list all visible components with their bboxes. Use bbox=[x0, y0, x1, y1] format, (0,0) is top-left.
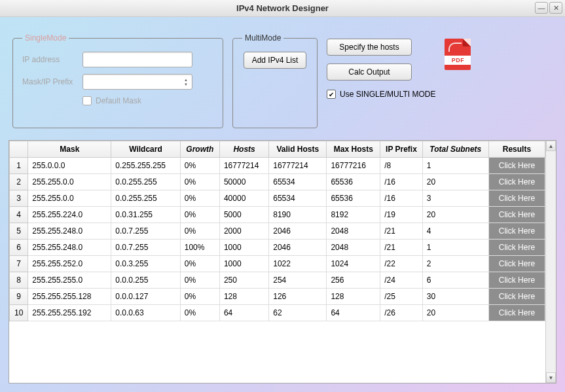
results-button[interactable]: Click Here bbox=[488, 256, 545, 272]
col-ip-prefix[interactable]: IP Prefix bbox=[380, 141, 423, 158]
row-number: 3 bbox=[10, 190, 28, 207]
results-button[interactable]: Click Here bbox=[488, 207, 545, 223]
table-row[interactable]: 2255.255.0.00.0.255.2550%500006553465536… bbox=[10, 174, 545, 190]
cell-subnets: 20 bbox=[422, 305, 488, 321]
cell-mask: 255.255.255.128 bbox=[28, 289, 111, 305]
results-button[interactable]: Click Here bbox=[488, 289, 545, 305]
results-button[interactable]: Click Here bbox=[488, 305, 545, 321]
col-hosts[interactable]: Hosts bbox=[219, 141, 268, 158]
results-button[interactable]: Click Here bbox=[488, 240, 545, 256]
ip-address-input[interactable] bbox=[82, 52, 192, 67]
cell-max: 8192 bbox=[327, 207, 380, 223]
cell-growth: 0% bbox=[180, 223, 219, 240]
results-button[interactable]: Click Here bbox=[488, 272, 545, 289]
use-mode-checkbox[interactable]: ✔ bbox=[327, 90, 336, 99]
close-button[interactable]: ✕ bbox=[549, 2, 562, 14]
cell-hosts: 50000 bbox=[219, 174, 268, 190]
cell-subnets: 20 bbox=[422, 174, 488, 190]
results-button[interactable]: Click Here bbox=[488, 223, 545, 240]
specify-hosts-button[interactable]: Specify the hosts bbox=[327, 39, 412, 56]
pdf-icon[interactable]: PDF bbox=[445, 39, 471, 70]
results-button[interactable]: Click Here bbox=[488, 158, 545, 174]
single-mode-legend: SingleMode bbox=[22, 33, 69, 43]
row-number: 5 bbox=[10, 223, 28, 240]
cell-prefix: /24 bbox=[380, 272, 423, 289]
cell-wildcard: 0.0.255.255 bbox=[111, 190, 180, 207]
cell-prefix: /22 bbox=[380, 256, 423, 272]
cell-mask: 255.255.255.0 bbox=[28, 272, 111, 289]
cell-growth: 0% bbox=[180, 174, 219, 190]
cell-valid: 8190 bbox=[269, 207, 327, 223]
spinner-icon: ▲▼ bbox=[181, 78, 191, 86]
row-number: 7 bbox=[10, 256, 28, 272]
cell-wildcard: 0.0.255.255 bbox=[111, 174, 180, 190]
cell-mask: 255.255.252.0 bbox=[28, 256, 111, 272]
cell-subnets: 3 bbox=[422, 190, 488, 207]
col-total-subnets[interactable]: Total Subnets bbox=[422, 141, 488, 158]
cell-wildcard: 0.0.0.127 bbox=[111, 289, 180, 305]
row-number: 8 bbox=[10, 272, 28, 289]
table-row[interactable]: 1255.0.0.00.255.255.2550%167772141677721… bbox=[10, 158, 545, 174]
col-mask[interactable]: Mask bbox=[28, 141, 111, 158]
mask-prefix-select[interactable]: ▲▼ bbox=[82, 74, 192, 90]
cell-max: 65536 bbox=[327, 190, 380, 207]
cell-hosts: 1000 bbox=[219, 240, 268, 256]
cell-mask: 255.255.248.0 bbox=[28, 240, 111, 256]
cell-subnets: 4 bbox=[422, 223, 488, 240]
cell-subnets: 20 bbox=[422, 207, 488, 223]
ip-address-label: IP address bbox=[22, 55, 82, 64]
table-row[interactable]: 9255.255.255.1280.0.0.1270%128126128/253… bbox=[10, 289, 545, 305]
col-valid-hosts[interactable]: Valid Hosts bbox=[269, 141, 327, 158]
cell-prefix: /21 bbox=[380, 240, 423, 256]
calc-output-button[interactable]: Calc Output bbox=[327, 63, 412, 80]
col-growth[interactable]: Growth bbox=[180, 141, 219, 158]
table-row[interactable]: 7255.255.252.00.0.3.2550%100010221024/22… bbox=[10, 256, 545, 272]
table-row[interactable]: 4255.255.224.00.0.31.2550%500081908192/1… bbox=[10, 207, 545, 223]
cell-wildcard: 0.0.7.255 bbox=[111, 223, 180, 240]
multi-mode-group: MultiMode Add IPv4 List bbox=[232, 33, 318, 128]
table-row[interactable]: 10255.255.255.1920.0.0.630%646264/2620Cl… bbox=[10, 305, 545, 321]
results-button[interactable]: Click Here bbox=[488, 174, 545, 190]
results-button[interactable]: Click Here bbox=[488, 190, 545, 207]
cell-prefix: /21 bbox=[380, 223, 423, 240]
results-table: Mask Wildcard Growth Hosts Valid Hosts M… bbox=[9, 141, 545, 321]
cell-hosts: 64 bbox=[219, 305, 268, 321]
table-row[interactable]: 5255.255.248.00.0.7.2550%200020462048/21… bbox=[10, 223, 545, 240]
cell-mask: 255.255.248.0 bbox=[28, 223, 111, 240]
cell-mask: 255.255.224.0 bbox=[28, 207, 111, 223]
cell-prefix: /16 bbox=[380, 190, 423, 207]
cell-valid: 65534 bbox=[269, 174, 327, 190]
cell-growth: 0% bbox=[180, 305, 219, 321]
cell-growth: 0% bbox=[180, 272, 219, 289]
col-max-hosts[interactable]: Max Hosts bbox=[327, 141, 380, 158]
cell-hosts: 2000 bbox=[219, 223, 268, 240]
cell-hosts: 250 bbox=[219, 272, 268, 289]
cell-prefix: /16 bbox=[380, 174, 423, 190]
col-wildcard[interactable]: Wildcard bbox=[111, 141, 180, 158]
vertical-scrollbar[interactable]: ▲ ▼ bbox=[545, 141, 556, 383]
row-number: 6 bbox=[10, 240, 28, 256]
cell-wildcard: 0.0.31.255 bbox=[111, 207, 180, 223]
cell-max: 16777216 bbox=[327, 158, 380, 174]
mask-prefix-label: Mask/IP Prefix bbox=[22, 77, 82, 86]
cell-subnets: 2 bbox=[422, 256, 488, 272]
cell-hosts: 128 bbox=[219, 289, 268, 305]
add-ipv4-list-button[interactable]: Add IPv4 List bbox=[244, 52, 307, 69]
col-results[interactable]: Results bbox=[488, 141, 545, 158]
cell-hosts: 1000 bbox=[219, 256, 268, 272]
table-row[interactable]: 3255.255.0.00.0.255.2550%400006553465536… bbox=[10, 190, 545, 207]
default-mask-checkbox[interactable] bbox=[82, 96, 92, 105]
cell-wildcard: 0.0.0.63 bbox=[111, 305, 180, 321]
cell-subnets: 30 bbox=[422, 289, 488, 305]
scroll-down-icon[interactable]: ▼ bbox=[546, 372, 556, 383]
single-mode-group: SingleMode IP address Mask/IP Prefix ▲▼ … bbox=[12, 33, 223, 128]
cell-growth: 0% bbox=[180, 256, 219, 272]
table-row[interactable]: 8255.255.255.00.0.0.2550%250254256/246Cl… bbox=[10, 272, 545, 289]
table-row[interactable]: 6255.255.248.00.0.7.255100%100020462048/… bbox=[10, 240, 545, 256]
scroll-up-icon[interactable]: ▲ bbox=[546, 141, 556, 151]
cell-max: 64 bbox=[327, 305, 380, 321]
cell-growth: 0% bbox=[180, 289, 219, 305]
results-table-container: Mask Wildcard Growth Hosts Valid Hosts M… bbox=[9, 140, 556, 383]
minimize-button[interactable]: — bbox=[535, 2, 548, 14]
cell-max: 256 bbox=[327, 272, 380, 289]
